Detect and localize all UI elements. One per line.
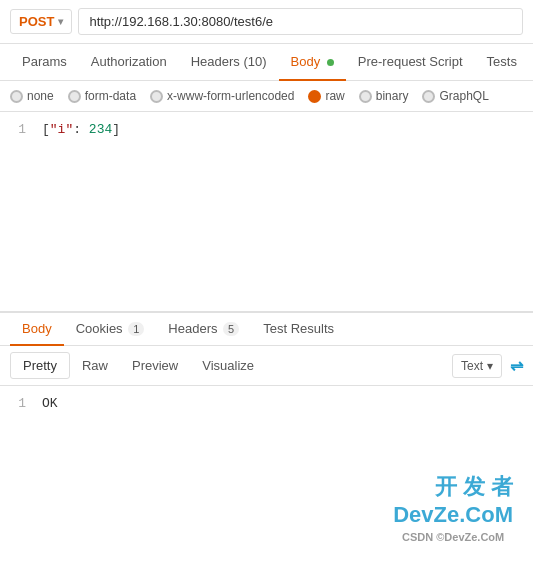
resp-line-1: 1 OK	[10, 396, 523, 411]
wrap-icon[interactable]: ⇌	[510, 356, 523, 375]
resp-tab-test-results[interactable]: Test Results	[251, 313, 346, 346]
body-active-dot	[327, 59, 334, 66]
resp-tab-body[interactable]: Body	[10, 313, 64, 346]
method-label: POST	[19, 14, 54, 29]
resp-tab-cookies[interactable]: Cookies 1	[64, 313, 157, 346]
resp-view-pretty[interactable]: Pretty	[10, 352, 70, 379]
radio-urlencoded	[150, 90, 163, 103]
response-nav-tabs: Body Cookies 1 Headers 5 Test Results	[0, 313, 533, 346]
body-type-raw[interactable]: raw	[308, 89, 344, 103]
request-nav-tabs: Params Authorization Headers (10) Body P…	[0, 44, 533, 81]
code-editor[interactable]: 1 ["i": 234]	[0, 112, 533, 312]
text-format-dropdown[interactable]: Text ▾	[452, 354, 502, 378]
tab-pre-request[interactable]: Pre-request Script	[346, 44, 475, 81]
resp-content-1: OK	[42, 396, 58, 411]
body-type-graphql[interactable]: GraphQL	[422, 89, 488, 103]
radio-raw	[308, 90, 321, 103]
tab-headers[interactable]: Headers (10)	[179, 44, 279, 81]
body-type-binary[interactable]: binary	[359, 89, 409, 103]
resp-tab-headers[interactable]: Headers 5	[156, 313, 251, 346]
resp-view-raw[interactable]: Raw	[70, 353, 120, 378]
watermark: 开 发 者 DevZe.CoM CSDN ©DevZe.CoM	[393, 473, 513, 544]
watermark-line2: DevZe.CoM	[393, 502, 513, 527]
resp-view-visualize[interactable]: Visualize	[190, 353, 266, 378]
method-chevron: ▾	[58, 16, 63, 27]
code-line-1: 1 ["i": 234]	[10, 122, 523, 137]
response-toolbar: Pretty Raw Preview Visualize Text ▾ ⇌	[0, 346, 533, 386]
response-section: Body Cookies 1 Headers 5 Test Results Pr…	[0, 312, 533, 446]
url-bar: POST ▾	[0, 0, 533, 44]
body-type-bar: none form-data x-www-form-urlencoded raw…	[0, 81, 533, 112]
text-format-label: Text	[461, 359, 483, 373]
method-select[interactable]: POST ▾	[10, 9, 72, 34]
tab-tests[interactable]: Tests	[475, 44, 529, 81]
tab-params[interactable]: Params	[10, 44, 79, 81]
radio-form-data	[68, 90, 81, 103]
radio-none	[10, 90, 23, 103]
radio-binary	[359, 90, 372, 103]
watermark-line1: 开 发 者	[435, 474, 513, 499]
code-content-1: ["i": 234]	[42, 122, 120, 137]
resp-view-preview[interactable]: Preview	[120, 353, 190, 378]
body-type-urlencoded[interactable]: x-www-form-urlencoded	[150, 89, 294, 103]
tab-authorization[interactable]: Authorization	[79, 44, 179, 81]
body-type-form-data[interactable]: form-data	[68, 89, 136, 103]
radio-graphql	[422, 90, 435, 103]
text-format-chevron: ▾	[487, 359, 493, 373]
tab-body[interactable]: Body	[279, 44, 346, 81]
resp-line-number-1: 1	[10, 396, 26, 411]
body-type-none[interactable]: none	[10, 89, 54, 103]
response-body: 1 OK	[0, 386, 533, 446]
line-number-1: 1	[10, 122, 26, 137]
watermark-sub: CSDN ©DevZe.CoM	[393, 530, 513, 544]
url-input[interactable]	[78, 8, 523, 35]
